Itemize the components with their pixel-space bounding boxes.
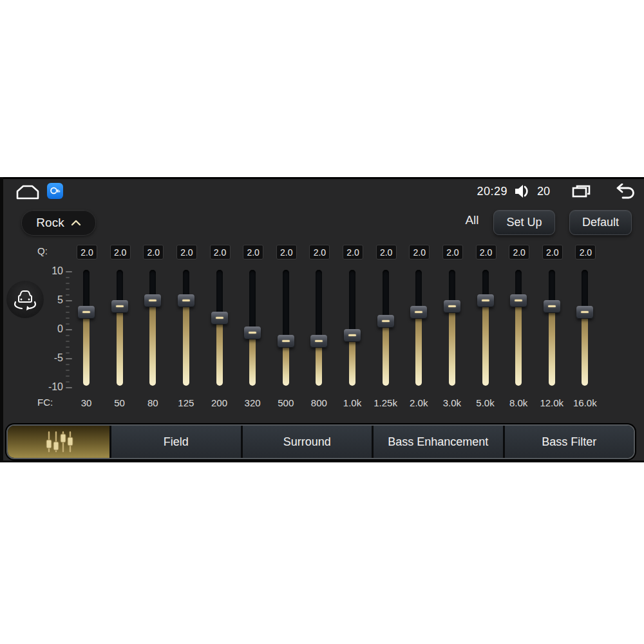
axis-label: 10 — [37, 265, 63, 277]
bottom-tab-bar: Field Surround Bass Enhancement Bass Fil… — [6, 424, 635, 459]
slider-handle[interactable] — [211, 312, 228, 325]
band-frequency: 125 — [169, 397, 203, 408]
slider-handle[interactable] — [278, 335, 294, 348]
slider-handle[interactable] — [544, 300, 560, 313]
q-value[interactable]: 2.0 — [542, 245, 563, 260]
car-surround-icon — [6, 280, 44, 319]
slider-handle[interactable] — [244, 327, 261, 339]
band-frequency: 1.25k — [369, 397, 402, 408]
q-value[interactable]: 2.0 — [343, 245, 363, 260]
q-value[interactable]: 2.0 — [143, 245, 164, 260]
tab-bass-enhancement[interactable]: Bass Enhancement — [372, 426, 503, 458]
slider-fill — [149, 301, 156, 386]
voice-assistant-app-icon — [50, 185, 61, 196]
eq-band-8.0k: 2.08.0k — [502, 177, 535, 422]
slider-handle[interactable] — [344, 329, 361, 342]
band-frequency: 3.0k — [435, 397, 469, 408]
slider-fill — [249, 333, 256, 386]
eq-band-500: 2.0500 — [269, 177, 303, 422]
eq-band-80: 2.080 — [136, 177, 169, 422]
slider-fill — [83, 312, 90, 386]
eq-band-3.0k: 2.03.0k — [435, 177, 469, 422]
eq-band-50: 2.050 — [103, 177, 137, 422]
band-frequency: 200 — [203, 397, 236, 408]
band-frequency: 320 — [236, 397, 269, 408]
slider-fill — [117, 307, 123, 386]
q-value[interactable]: 2.0 — [309, 245, 330, 260]
slider-fill — [283, 341, 289, 386]
band-frequency: 12.0k — [535, 397, 569, 408]
q-value[interactable]: 2.0 — [509, 245, 529, 260]
tab-equalizer[interactable] — [8, 426, 109, 458]
band-frequency: 30 — [70, 397, 103, 408]
slider-handle[interactable] — [410, 306, 427, 319]
band-frequency: 500 — [269, 397, 303, 408]
eq-band-125: 2.0125 — [169, 177, 203, 422]
band-frequency: 16.0k — [568, 397, 601, 408]
equalizer-sliders-icon — [43, 430, 74, 453]
slider-fill — [449, 307, 455, 386]
eq-band-16.0k: 2.016.0k — [568, 177, 601, 422]
q-value[interactable]: 2.0 — [210, 245, 231, 260]
band-frequency: 1.0k — [336, 397, 369, 408]
slider-handle[interactable] — [576, 306, 593, 319]
q-value[interactable]: 2.0 — [575, 245, 596, 260]
slider-fill — [515, 301, 522, 386]
q-value[interactable]: 2.0 — [243, 245, 263, 260]
slider-handle[interactable] — [310, 335, 327, 348]
slider-handle[interactable] — [477, 294, 494, 307]
q-value[interactable]: 2.0 — [442, 245, 463, 260]
slider-handle[interactable] — [178, 294, 194, 307]
screen-edge — [0, 177, 3, 462]
home-button[interactable] — [15, 184, 40, 200]
q-value[interactable]: 2.0 — [110, 245, 131, 260]
equalizer-screen: 20:29 20 — [0, 177, 644, 462]
home-icon — [15, 184, 40, 200]
q-value[interactable]: 2.0 — [276, 245, 297, 260]
q-value[interactable]: 2.0 — [476, 245, 497, 260]
slider-fill — [549, 307, 555, 386]
band-frequency: 5.0k — [469, 397, 502, 408]
eq-band-200: 2.0200 — [203, 177, 236, 422]
eq-band-12.0k: 2.012.0k — [535, 177, 569, 422]
eq-band-2.0k: 2.02.0k — [402, 177, 435, 422]
slider-handle[interactable] — [377, 315, 394, 328]
car-sound-position-button[interactable] — [6, 280, 44, 319]
fc-row-label: FC: — [37, 397, 58, 408]
back-icon[interactable] — [613, 184, 635, 199]
slider-handle[interactable] — [144, 294, 161, 307]
slider-fill — [482, 301, 489, 386]
preset-label: Rock — [36, 216, 64, 230]
slider-fill — [582, 312, 588, 386]
band-frequency: 2.0k — [402, 397, 435, 408]
axis-label: -10 — [37, 381, 63, 393]
tab-bass-filter[interactable]: Bass Filter — [503, 426, 634, 458]
tab-field[interactable]: Field — [109, 426, 241, 458]
slider-fill — [349, 336, 355, 386]
slider-fill — [183, 301, 189, 386]
slider-fill — [415, 312, 422, 386]
q-value[interactable]: 2.0 — [376, 245, 397, 260]
q-row-label: Q: — [37, 245, 54, 256]
slider-fill — [316, 341, 322, 386]
voice-assistant-app-button[interactable] — [47, 183, 63, 199]
eq-band-320: 2.0320 — [236, 177, 269, 422]
slider-fill — [216, 318, 223, 386]
tab-surround[interactable]: Surround — [241, 426, 372, 458]
eq-band-5.0k: 2.05.0k — [469, 177, 502, 422]
slider-handle[interactable] — [444, 300, 460, 313]
band-frequency: 50 — [103, 397, 137, 408]
slider-fill — [383, 321, 389, 386]
eq-band-30: 2.030 — [70, 177, 103, 422]
q-value[interactable]: 2.0 — [77, 245, 97, 260]
band-frequency: 8.0k — [502, 397, 535, 408]
eq-band-1.0k: 2.01.0k — [336, 177, 369, 422]
band-frequency: 80 — [136, 397, 169, 408]
q-value[interactable]: 2.0 — [409, 245, 430, 260]
axis-label: -5 — [37, 352, 63, 364]
eq-band-800: 2.0800 — [302, 177, 336, 422]
slider-handle[interactable] — [111, 300, 128, 313]
slider-handle[interactable] — [78, 306, 95, 319]
q-value[interactable]: 2.0 — [176, 245, 197, 260]
slider-handle[interactable] — [510, 294, 527, 307]
